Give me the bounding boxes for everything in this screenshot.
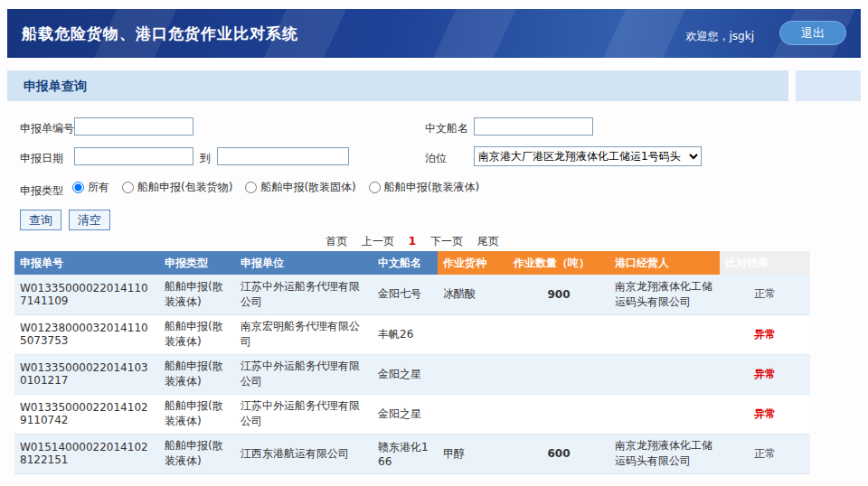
cell-unit: 江西东港航运有限公司 xyxy=(235,434,373,473)
type-radio-packaged-input[interactable] xyxy=(122,182,134,193)
type-radio-all[interactable]: 所有 xyxy=(72,180,109,195)
results-table: 申报单号 申报类型 申报单位 中文船名 作业货种 作业数量（吨） 港口经营人 比… xyxy=(14,251,810,474)
cell-declaration-no: W012380000320141105073753 xyxy=(14,314,159,354)
cell-unit: 江苏中外运船务代理有限公司 xyxy=(235,354,373,394)
ship-name-label: 中文船名 xyxy=(425,121,468,136)
cell-declaration-no: W013350000220141107141109 xyxy=(14,275,159,314)
app-title: 船载危险货物、港口危货作业比对系统 xyxy=(22,23,298,44)
type-radio-bulk-solid-input[interactable] xyxy=(245,182,257,193)
table-row: W013350000220141107141109 船舶申报(散装液体) 江苏中… xyxy=(14,275,810,314)
cell-type: 船舶申报(散装液体) xyxy=(159,314,235,354)
date-to-input[interactable] xyxy=(217,147,349,165)
date-from-input[interactable] xyxy=(74,147,193,165)
cell-result: 异常 xyxy=(720,314,810,354)
cell-cargo xyxy=(438,354,508,394)
cell-result: 异常 xyxy=(720,394,810,434)
query-button[interactable]: 查询 xyxy=(20,210,61,230)
section-band: 申报单查询 xyxy=(7,70,788,101)
date-label: 申报日期 xyxy=(20,151,63,166)
cell-ship: 金阳之星 xyxy=(373,394,438,434)
clear-button[interactable]: 清空 xyxy=(69,210,110,230)
cell-ship: 丰帆26 xyxy=(373,314,438,354)
type-radio-bulk-liquid-label: 船舶申报(散装液体) xyxy=(384,180,479,195)
type-radio-packaged[interactable]: 船舶申报(包装货物) xyxy=(122,180,232,195)
cell-qty xyxy=(508,314,609,354)
type-radio-packaged-label: 船舶申报(包装货物) xyxy=(137,180,232,195)
cell-unit: 南京宏明船务代理有限公司 xyxy=(235,314,373,354)
cell-result: 异常 xyxy=(720,354,810,394)
cell-qty xyxy=(508,354,609,394)
cell-operator: 南京龙翔液体化工储运码头有限公司 xyxy=(609,434,720,473)
col-header-qty: 作业数量（吨） xyxy=(508,251,609,275)
type-radio-bulk-solid-label: 船舶申报(散装固体) xyxy=(260,180,355,195)
cell-type: 船舶申报(散装液体) xyxy=(159,434,235,473)
cell-cargo: 冰醋酸 xyxy=(438,275,508,314)
result-badge: 正常 xyxy=(754,447,776,460)
cell-ship: 金阳之星 xyxy=(373,354,438,394)
cell-unit: 江苏中外运船务代理有限公司 xyxy=(235,394,373,434)
pagination-prev[interactable]: 上一页 xyxy=(362,235,394,248)
col-header-declaration-no: 申报单号 xyxy=(14,251,159,275)
table-header-row: 申报单号 申报类型 申报单位 中文船名 作业货种 作业数量（吨） 港口经营人 比… xyxy=(14,251,810,275)
pagination-last[interactable]: 尾页 xyxy=(477,235,499,248)
table-row: W013350000220141030101217 船舶申报(散装液体) 江苏中… xyxy=(14,354,810,394)
col-header-ship: 中文船名 xyxy=(373,251,438,275)
pagination: 首页 上一页 1 下一页 尾页 xyxy=(14,234,810,249)
result-badge: 异常 xyxy=(754,368,776,380)
result-badge: 正常 xyxy=(754,287,776,300)
type-radio-group: 所有 船舶申报(包装货物) 船舶申报(散装固体) 船舶申报(散装液体) xyxy=(72,180,479,195)
date-to-label: 到 xyxy=(200,151,211,166)
cell-declaration-no: W013350000220141029110742 xyxy=(14,394,159,434)
pagination-first[interactable]: 首页 xyxy=(326,235,347,248)
berth-select[interactable]: 南京港大厂港区龙翔液体化工储运1号码头 xyxy=(474,146,702,166)
welcome-text: 欢迎您，jsgkj xyxy=(686,29,755,44)
cell-result: 正常 xyxy=(720,434,810,473)
type-radio-bulk-solid[interactable]: 船舶申报(散装固体) xyxy=(245,180,355,195)
berth-label: 泊位 xyxy=(425,151,447,166)
section-band-right xyxy=(796,70,861,101)
table-row: W013350000220141029110742 船舶申报(散装液体) 江苏中… xyxy=(14,394,810,434)
cell-declaration-no: W013350000220141030101217 xyxy=(14,354,159,394)
pagination-next[interactable]: 下一页 xyxy=(430,235,463,248)
result-badge: 异常 xyxy=(754,407,776,420)
cell-cargo xyxy=(438,394,508,434)
cell-type: 船舶申报(散装液体) xyxy=(159,354,235,394)
cell-cargo xyxy=(438,314,508,354)
cell-result: 正常 xyxy=(720,275,810,314)
type-radio-bulk-liquid[interactable]: 船舶申报(散装液体) xyxy=(369,180,479,195)
ship-name-input[interactable] xyxy=(474,117,593,136)
page: 船载危险货物、港口危货作业比对系统 欢迎您，jsgkj 退出 申报单查询 申报单… xyxy=(0,0,868,486)
cell-qty xyxy=(508,394,609,434)
logout-button[interactable]: 退出 xyxy=(779,21,846,45)
cell-qty: 600 xyxy=(508,434,609,473)
pagination-current-page: 1 xyxy=(409,235,416,248)
type-radio-all-label: 所有 xyxy=(88,180,109,195)
cell-qty: 900 xyxy=(508,275,609,314)
type-radio-all-input[interactable] xyxy=(72,182,84,193)
cell-unit: 江苏中外运船务代理有限公司 xyxy=(235,275,373,314)
cell-declaration-no: W015140000220141028122151 xyxy=(14,434,159,473)
declaration-no-input[interactable] xyxy=(74,117,193,136)
cell-operator xyxy=(609,354,720,394)
col-header-result: 比对结果 xyxy=(720,251,810,275)
cell-operator xyxy=(609,394,720,434)
cell-operator xyxy=(609,314,720,354)
top-banner: 船载危险货物、港口危货作业比对系统 欢迎您，jsgkj 退出 xyxy=(7,9,861,58)
declaration-no-label: 申报单编号 xyxy=(20,121,74,136)
cell-ship: 金阳七号 xyxy=(373,275,438,314)
cell-operator: 南京龙翔液体化工储运码头有限公司 xyxy=(609,275,720,314)
table-row: W015140000220141028122151 船舶申报(散装液体) 江西东… xyxy=(14,434,810,473)
cell-ship: 赣东港化166 xyxy=(373,434,438,473)
col-header-operator: 港口经营人 xyxy=(609,251,720,275)
cell-type: 船舶申报(散装液体) xyxy=(159,275,235,314)
col-header-type: 申报类型 xyxy=(159,251,235,275)
result-badge: 异常 xyxy=(754,328,776,341)
table-row: W012380000320141105073753 船舶申报(散装液体) 南京宏… xyxy=(14,314,810,354)
section-title: 申报单查询 xyxy=(24,70,87,101)
cell-type: 船舶申报(散装液体) xyxy=(159,394,235,434)
col-header-unit: 申报单位 xyxy=(235,251,373,275)
cell-cargo: 甲醇 xyxy=(438,434,508,473)
type-label: 申报类型 xyxy=(20,183,63,199)
type-radio-bulk-liquid-input[interactable] xyxy=(369,182,381,193)
col-header-cargo: 作业货种 xyxy=(438,251,508,275)
